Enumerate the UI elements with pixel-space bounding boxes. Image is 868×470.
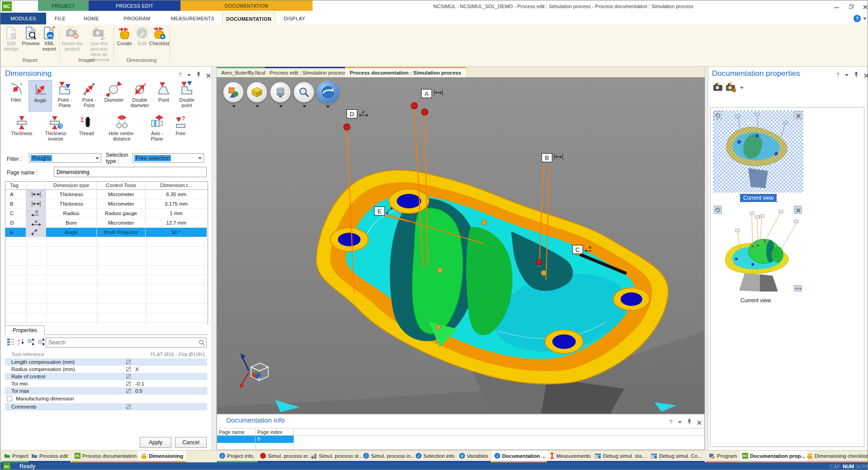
categorized-icon[interactable] (7, 338, 14, 347)
zoom-caret[interactable] (303, 105, 306, 108)
help-icon[interactable]: ? (854, 15, 861, 22)
tool-thickness[interactable]: Thickness (6, 113, 38, 145)
col-page-index[interactable]: Page index (256, 428, 294, 435)
prop-tol-max[interactable]: Tol max 0.5 (5, 387, 207, 395)
taskbar-debug-simul-sta[interactable]: Debug simul. sta... (592, 451, 649, 462)
formula-icon[interactable] (126, 367, 131, 371)
panel-pin-icon[interactable] (196, 71, 201, 79)
taskbar-project-info[interactable]: i Project info. (217, 451, 257, 462)
reset-project-button[interactable]: Reset the project (61, 26, 84, 52)
collapse-icon[interactable] (38, 338, 46, 347)
zoom-button[interactable] (294, 82, 314, 103)
doc-properties-close-icon[interactable] (864, 73, 868, 77)
tool-diameter[interactable]: Diameter (102, 80, 126, 112)
doc-info-help-icon[interactable]: ? (669, 419, 673, 425)
tab-measurements[interactable]: MEASUREMENTS (164, 13, 221, 24)
taskbar-simul-process-errors[interactable]: Simul. process er... (257, 451, 315, 462)
filter-dropdown[interactable]: Roughs (29, 153, 101, 163)
table-row[interactable]: A Thickness Micrometer 6.35 mm (5, 190, 208, 199)
tab-program[interactable]: PROGRAM (111, 13, 163, 24)
marker-A[interactable]: A (421, 89, 445, 98)
close-button[interactable] (859, 2, 868, 10)
doc-properties-pin-icon[interactable] (854, 71, 859, 79)
tool-axis-plane[interactable]: Axis - Plane (144, 113, 170, 145)
preview-button[interactable]: Preview (21, 26, 40, 46)
taskbar-documentation[interactable]: i Documentation ... (492, 451, 548, 462)
tool-hole-centre-distance[interactable]: Hole centre-distance (100, 113, 143, 145)
selection-type-dropdown[interactable]: Free selection (133, 153, 204, 163)
doc-info-pin-icon[interactable] (687, 418, 692, 426)
table-row[interactable]: C R Radius Raduis gauge 1 mm (5, 209, 208, 218)
taskbar-simul-process-info[interactable]: i Simul. process in... (360, 451, 417, 462)
taskbar-documentation-properties[interactable]: NC Documentation prop... (740, 451, 808, 462)
thumbnail-1-close-icon[interactable] (794, 111, 802, 119)
taskbar-simul-process-status[interactable]: Simul. process st... (308, 451, 365, 462)
sort-az-icon[interactable]: AZ (17, 338, 25, 347)
tab-process-edit[interactable]: Process edit : Simulation process (265, 67, 351, 77)
prop-tol-min[interactable]: Tol min -0.1 (5, 380, 207, 387)
panel-menu-icon[interactable] (187, 74, 191, 76)
tab-modules[interactable]: MODULES (0, 13, 46, 24)
page-name-input[interactable] (54, 167, 207, 177)
view-thumbnail[interactable] (713, 205, 803, 295)
tool-double-point[interactable]: Double point (175, 80, 199, 112)
table-row-selected[interactable]: E Angle Profil Projector 50 ° (5, 228, 208, 237)
table-row[interactable]: D ø Bore Micrometer 12.7 mm (5, 218, 208, 228)
col-icon[interactable] (26, 182, 46, 189)
formula-icon[interactable] (126, 360, 131, 364)
tab-home[interactable]: HOME (74, 13, 109, 24)
tool-point-point[interactable]: Point - Point (77, 80, 101, 112)
view-label-selected[interactable]: Current view (740, 194, 776, 202)
expand-icon[interactable] (28, 338, 35, 347)
checklist-button[interactable]: Checklist (150, 26, 169, 46)
search-input[interactable] (46, 338, 207, 348)
panel-close-icon[interactable] (206, 73, 210, 77)
prop-comments[interactable]: Comments (5, 403, 207, 410)
tool-point[interactable]: Point (153, 80, 174, 112)
edit-design-button[interactable]: Edit design (2, 26, 20, 52)
tool-free[interactable]: ? Free (171, 113, 190, 145)
taskbar-process-documentation[interactable]: NC Process documentation (72, 451, 139, 462)
taskbar-program[interactable]: Program (706, 451, 740, 462)
prop-manufacturing-dimension[interactable]: Manufacturing dimension (5, 395, 207, 403)
formula-icon[interactable] (126, 381, 131, 386)
camera-settings-icon[interactable] (726, 82, 737, 94)
tab-process-documentation[interactable]: Process documentation : Simulation proce… (345, 67, 466, 77)
taskbar-dimensioning[interactable]: Dimensioning (138, 451, 186, 462)
tab-file[interactable]: FILE (47, 13, 73, 24)
taskbar-selection-info[interactable]: i Selection info (413, 451, 457, 462)
tab-display[interactable]: DISPLAY (277, 13, 312, 24)
panel-help-icon[interactable]: ? (179, 72, 182, 78)
orbit-view-button[interactable] (316, 80, 340, 104)
tool-view-button[interactable] (270, 82, 291, 103)
taskbar-process-edit[interactable]: Process edit (28, 451, 71, 462)
stock-view-caret[interactable] (256, 105, 259, 108)
stock-view-button[interactable] (247, 82, 267, 103)
status-num[interactable]: NUM (843, 464, 854, 469)
marker-C[interactable]: C R (572, 245, 596, 254)
marker-E[interactable]: E (374, 207, 396, 216)
status-scrl[interactable]: SCRL (856, 464, 868, 469)
col-dimension-type[interactable]: Dimension type (46, 182, 97, 189)
search-icon[interactable] (199, 339, 205, 347)
display-mode-button[interactable] (223, 82, 244, 103)
create-button[interactable]: Create (115, 26, 133, 46)
snapshot-camera-icon[interactable] (713, 82, 724, 94)
col-control-tools[interactable]: Control Tools (97, 182, 146, 189)
col-page-name[interactable]: Page name (217, 428, 256, 435)
panel-splitter[interactable] (213, 67, 217, 450)
table-empty-rows[interactable] (5, 237, 208, 325)
tool-view-caret[interactable] (279, 105, 283, 108)
taskbar-dimensioning-checklist[interactable]: Dimensioning checklist (804, 451, 868, 462)
taskbar-debug-simul-co[interactable]: Debug simul. Co... (648, 451, 705, 462)
use-process-view-button[interactable]: Use this process view as reference (85, 26, 113, 62)
formula-icon[interactable] (126, 404, 131, 409)
taskbar-measurements[interactable]: Measurements (547, 451, 593, 462)
table-row[interactable]: B Thickness Micrometer 3.175 mm (5, 199, 208, 209)
thumbnail-2-more-icon[interactable] (794, 285, 802, 291)
thumbnail-2-refresh-icon[interactable] (714, 206, 722, 214)
manufacturing-dimension-checkbox[interactable] (7, 396, 12, 401)
doc-info-menu-icon[interactable] (678, 421, 682, 423)
tool-thread[interactable]: Thread (74, 113, 99, 145)
edit-button[interactable]: Edit (134, 26, 150, 46)
